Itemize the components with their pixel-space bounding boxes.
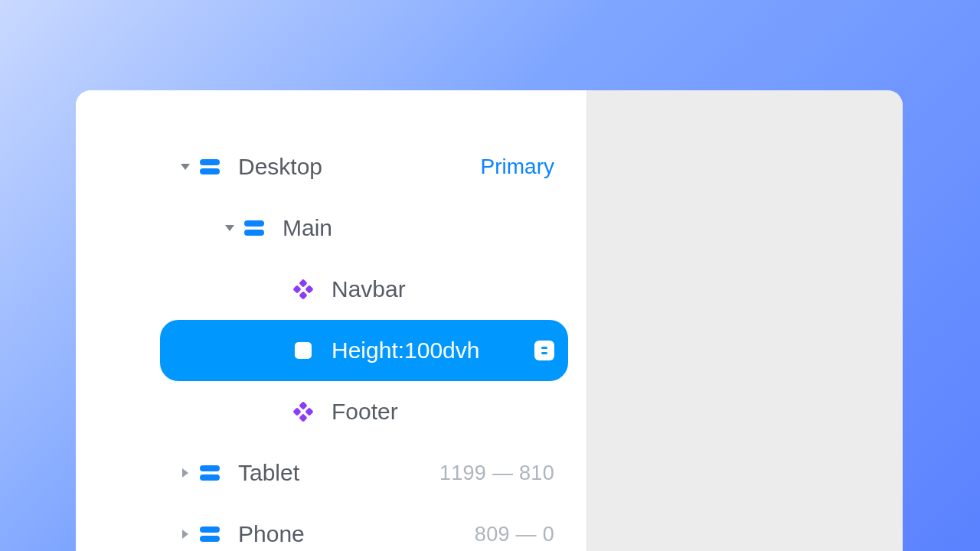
chevron-right-icon[interactable]: [174, 529, 197, 540]
tree-row-navbar[interactable]: Navbar: [160, 259, 568, 320]
tree-row-footer[interactable]: Footer: [160, 381, 568, 442]
svg-rect-12: [292, 407, 301, 416]
svg-rect-18: [200, 536, 220, 542]
breakpoint-icon: [197, 158, 223, 176]
tree-label: Desktop: [238, 154, 322, 180]
tree-row-height[interactable]: Height:100dvh: [160, 320, 568, 381]
note-icon[interactable]: [534, 341, 554, 360]
component-icon: [290, 279, 316, 300]
tree-row-desktop[interactable]: Desktop Primary: [160, 136, 568, 197]
tree-label: Phone: [238, 521, 305, 547]
chevron-down-icon[interactable]: [174, 163, 197, 171]
tree-row-tablet[interactable]: Tablet 1199 — 810: [160, 442, 568, 504]
svg-rect-9: [541, 347, 547, 349]
svg-rect-7: [299, 291, 307, 299]
canvas-area: [586, 90, 903, 551]
chevron-right-icon[interactable]: [174, 468, 197, 478]
svg-rect-3: [244, 230, 264, 236]
svg-rect-6: [305, 285, 313, 293]
tree-row-main[interactable]: Main: [160, 197, 568, 259]
breakpoint-range: 1199 — 810: [439, 461, 554, 485]
breakpoint-range: 809 — 0: [475, 523, 554, 546]
svg-rect-17: [200, 527, 220, 533]
tree-row-phone[interactable]: Phone 809 — 0: [160, 504, 568, 551]
tree-label: Height:100dvh: [332, 337, 479, 364]
svg-rect-0: [200, 159, 220, 165]
svg-rect-10: [541, 352, 547, 354]
svg-rect-8: [295, 342, 312, 359]
svg-rect-15: [200, 465, 220, 471]
svg-rect-16: [200, 474, 220, 481]
tree-label: Main: [283, 215, 332, 241]
tree-label: Footer: [332, 399, 398, 425]
tree-label: Navbar: [332, 276, 406, 302]
breakpoint-icon: [197, 525, 223, 543]
breakpoint-icon: [197, 464, 223, 482]
tree-label: Tablet: [238, 460, 299, 486]
breakpoint-icon: [241, 219, 267, 237]
breakpoint-tree: Desktop Primary Main: [76, 90, 586, 551]
svg-rect-13: [305, 407, 313, 416]
svg-rect-5: [292, 285, 301, 293]
chevron-down-icon[interactable]: [218, 224, 241, 232]
component-icon: [290, 401, 316, 422]
svg-rect-11: [299, 401, 307, 409]
block-icon: [290, 341, 316, 360]
svg-rect-1: [200, 168, 220, 174]
svg-rect-2: [244, 220, 264, 227]
page-builder-panel: Desktop Primary Main: [76, 90, 903, 551]
svg-rect-4: [299, 279, 307, 287]
svg-rect-14: [299, 413, 307, 422]
primary-badge: Primary: [481, 155, 554, 179]
